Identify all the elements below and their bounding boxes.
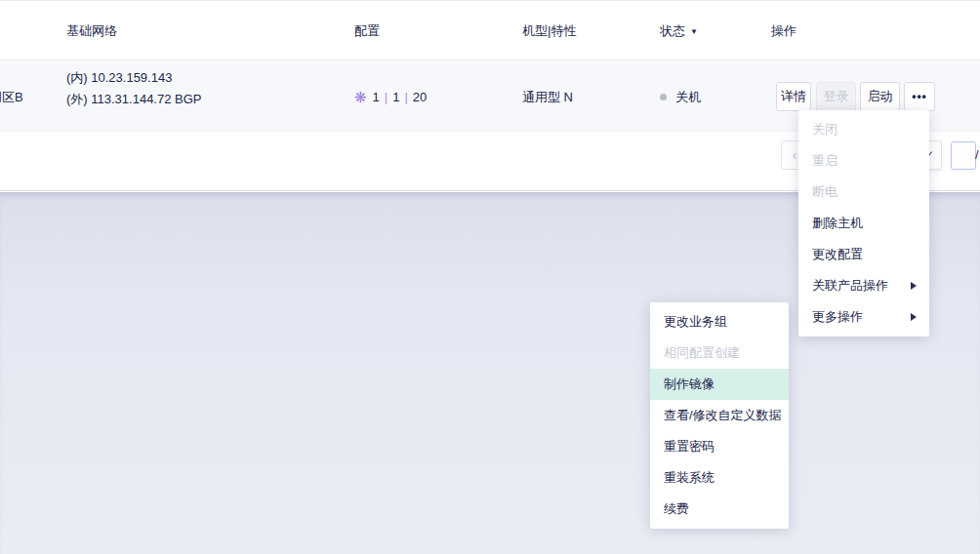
submenu-item-renew[interactable]: 续费 <box>650 494 789 525</box>
column-header-status[interactable]: 状态▼ <box>660 1 698 61</box>
submenu-item-change-business-group[interactable]: 更改业务组 <box>650 306 789 337</box>
menu-item-more-ops[interactable]: 更多操作 <box>798 301 929 333</box>
menu-item-delete-host[interactable]: 删除主机 <box>798 208 929 239</box>
submenu-arrow-icon <box>911 313 917 321</box>
submenu-item-reset-password[interactable]: 重置密码 <box>650 431 789 462</box>
start-button[interactable]: 启动 <box>860 82 900 111</box>
detail-button[interactable]: 详情 <box>776 82 811 111</box>
submenu-item-create-same-config: 相同配置创建 <box>650 337 789 369</box>
status-filter-icon[interactable]: ▼ <box>690 2 698 62</box>
menu-item-related-product-ops[interactable]: 关联产品操作 <box>798 270 929 301</box>
menu-item-label: 关联产品操作 <box>812 278 888 293</box>
more-ops-submenu: 更改业务组 相同配置创建 制作镜像 查看/修改自定义数据 重置密码 重装系统 续… <box>650 302 789 529</box>
menu-item-poweroff: 断电 <box>798 177 929 208</box>
table-header: 基础网络 配置 机型|特性 状态▼ 操作 <box>0 0 980 60</box>
submenu-item-custom-data[interactable]: 查看/修改自定义数据 <box>650 400 789 431</box>
row-actions: 详情 登录 启动 ••• <box>0 82 980 111</box>
page-separator: / <box>975 140 979 170</box>
more-actions-button[interactable]: ••• <box>904 82 935 111</box>
menu-item-shutdown: 关闭 <box>798 114 929 145</box>
server-console-screen: 基础网络 配置 机型|特性 状态▼ 操作 可用区B (内) 10.23.159.… <box>0 0 980 554</box>
menu-item-restart: 重启 <box>798 145 929 177</box>
column-header-machine-type: 机型|特性 <box>522 1 576 61</box>
page-number-input[interactable] <box>951 141 976 170</box>
menu-item-change-config[interactable]: 更改配置 <box>798 239 929 270</box>
submenu-item-create-image[interactable]: 制作镜像 <box>650 369 789 400</box>
column-header-operations: 操作 <box>771 1 796 61</box>
row-actions-dropdown-menu: 关闭 重启 断电 删除主机 更改配置 关联产品操作 更多操作 <box>798 110 929 336</box>
submenu-arrow-icon <box>911 282 917 290</box>
column-header-status-label: 状态 <box>660 23 685 38</box>
menu-item-label: 更多操作 <box>812 309 863 324</box>
column-header-config: 配置 <box>354 1 380 61</box>
submenu-item-reinstall-system[interactable]: 重装系统 <box>650 462 789 494</box>
column-header-network: 基础网络 <box>66 1 117 61</box>
login-button: 登录 <box>816 82 856 111</box>
